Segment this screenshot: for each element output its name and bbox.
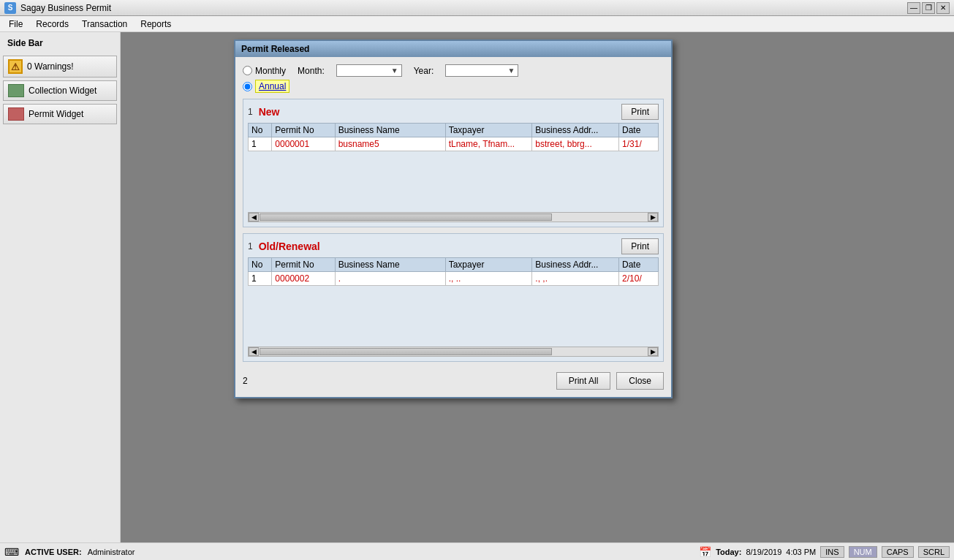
monthly-label: Monthly (255, 66, 286, 76)
scrl-indicator: SCRL (918, 546, 950, 558)
status-right: 📅 Today: 8/19/2019 4:03 PM INS NUM CAPS … (699, 546, 950, 558)
user-label: ACTIVE USER: (25, 548, 82, 556)
warning-icon: ⚠ (8, 59, 23, 74)
cell-business: busname5 (335, 137, 445, 151)
keyboard-icon: ⌨ (4, 546, 19, 558)
today-value: 8/19/2019 (746, 548, 781, 556)
status-bar: ⌨ ACTIVE USER: Administrator 📅 Today: 8/… (0, 542, 954, 560)
year-arrow-icon: ▼ (507, 67, 515, 75)
calendar-icon: 📅 (699, 546, 711, 558)
renewal-count: 1 (248, 241, 253, 251)
cell-permit: 0000002 (272, 272, 335, 286)
permit-widget-label: Permit Widget (29, 109, 83, 119)
menu-reports[interactable]: Reports (135, 18, 177, 31)
sidebar-title: Side Bar (3, 35, 117, 51)
cell-taxpayer: tLname, Tfnam... (445, 137, 532, 151)
new-section-header: 1 New Print (248, 104, 659, 120)
close-button[interactable]: ✕ (936, 2, 950, 14)
new-col-no: No (249, 124, 272, 137)
new-col-address: Business Addr... (532, 124, 619, 137)
new-col-date: Date (619, 124, 659, 137)
collection-icon (8, 84, 24, 97)
new-col-permit: Permit No (272, 124, 335, 137)
close-button[interactable]: Close (616, 372, 664, 390)
sidebar: Side Bar ⚠ 0 Warnings! Collection Widget… (0, 32, 121, 542)
cell-date: 2/10/ (619, 272, 659, 286)
menu-records[interactable]: Records (30, 18, 75, 31)
cell-address: bstreet, bbrg... (532, 137, 619, 151)
new-table-area: No Permit No Business Name Taxpayer Busi… (248, 123, 659, 211)
cell-date: 1/31/ (619, 137, 659, 151)
renewal-col-address: Business Addr... (532, 258, 619, 272)
new-col-business: Business Name (335, 124, 445, 137)
renewal-print-button[interactable]: Print (621, 238, 659, 254)
new-scroll-thumb[interactable] (260, 213, 552, 221)
renewal-scroll-right[interactable]: ▶ (648, 347, 658, 356)
month-arrow-icon: ▼ (391, 67, 398, 75)
renewal-section: 1 Old/Renewal Print No Permit No Busines (243, 233, 664, 362)
new-section: 1 New Print No Permit No Business Name (243, 99, 664, 227)
renewal-col-permit: Permit No (272, 258, 335, 272)
new-section-left: 1 New (248, 106, 279, 118)
renewal-col-taxpayer: Taxpayer (445, 258, 532, 272)
user-value: Administrator (88, 548, 135, 556)
renewal-col-business: Business Name (335, 258, 445, 272)
year-label: Year: (414, 66, 434, 76)
new-scroll-left[interactable]: ◀ (249, 213, 259, 222)
renewal-scroll-left[interactable]: ◀ (249, 347, 259, 356)
table-row: 1 0000001 busname5 tLname, Tfnam... bstr… (249, 137, 659, 151)
cell-address: ., ,. (532, 272, 619, 286)
app-icon: S (4, 2, 16, 14)
month-label: Month: (298, 66, 325, 76)
cell-no: 1 (249, 137, 272, 151)
menu-bar: File Records Transaction Reports (0, 16, 954, 32)
filter-row: Monthly Month: ▼ Year: ▼ (243, 64, 664, 77)
new-scroll-right[interactable]: ▶ (648, 213, 658, 222)
new-table: No Permit No Business Name Taxpayer Busi… (248, 123, 659, 151)
dialog-content: Monthly Month: ▼ Year: ▼ (235, 57, 671, 397)
ins-indicator: INS (820, 546, 844, 558)
minimize-button[interactable]: — (907, 2, 920, 14)
permit-widget-button[interactable]: Permit Widget (3, 104, 117, 124)
time-value: 4:03 PM (786, 548, 816, 556)
permit-icon (8, 107, 24, 121)
new-col-taxpayer: Taxpayer (445, 124, 532, 137)
monthly-radio[interactable] (243, 66, 252, 75)
total-count: 2 (243, 376, 248, 386)
print-all-button[interactable]: Print All (556, 372, 611, 390)
year-dropdown[interactable]: ▼ (445, 64, 518, 77)
new-scrollbar[interactable]: ◀ ▶ (248, 212, 659, 222)
monthly-option[interactable]: Monthly (243, 66, 286, 76)
dialog-title-bar: Permit Released (235, 41, 671, 57)
cell-taxpayer: ., .. (445, 272, 532, 286)
title-bar-left: S Sagay Business Permit (4, 2, 111, 14)
title-bar-controls: — ❐ ✕ (907, 2, 950, 14)
new-title: New (259, 106, 280, 118)
today-label: Today: (716, 548, 741, 556)
cell-no: 1 (249, 272, 272, 286)
warnings-button[interactable]: ⚠ 0 Warnings! (3, 56, 117, 77)
renewal-section-left: 1 Old/Renewal (248, 241, 320, 252)
collection-widget-label: Collection Widget (29, 86, 96, 96)
warnings-label: 0 Warnings! (27, 61, 74, 72)
new-print-button[interactable]: Print (621, 104, 659, 120)
renewal-scroll-thumb[interactable] (260, 348, 552, 355)
menu-transaction[interactable]: Transaction (76, 18, 133, 31)
menu-file[interactable]: File (3, 18, 29, 31)
app-title: Sagay Business Permit (20, 3, 111, 13)
content-area: Permit Released Monthly Month: ▼ Year: (121, 32, 954, 542)
bottom-buttons: Print All Close (556, 372, 664, 390)
dialog-title: Permit Released (241, 44, 309, 54)
annual-option[interactable]: Annual (243, 81, 664, 91)
renewal-table-area: No Permit No Business Name Taxpayer Busi… (248, 257, 659, 345)
annual-radio[interactable] (243, 82, 252, 91)
collection-widget-button[interactable]: Collection Widget (3, 80, 117, 101)
table-row: 1 0000002 . ., .. ., ,. 2/10/ (249, 272, 659, 286)
month-dropdown[interactable]: ▼ (336, 64, 402, 77)
renewal-table: No Permit No Business Name Taxpayer Busi… (248, 257, 659, 286)
renewal-title: Old/Renewal (259, 241, 320, 252)
new-count: 1 (248, 107, 253, 117)
renewal-scrollbar[interactable]: ◀ ▶ (248, 347, 659, 357)
restore-button[interactable]: ❐ (922, 2, 935, 14)
num-indicator: NUM (849, 546, 877, 558)
